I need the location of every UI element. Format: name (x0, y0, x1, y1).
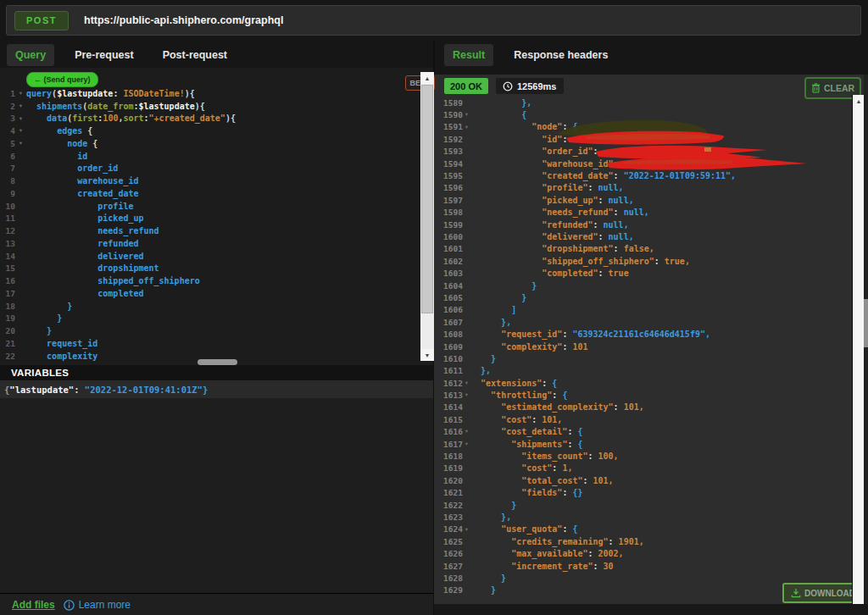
page-scrollbar[interactable] (864, 75, 868, 604)
graphql-client-window: POST https://public-api.shiphero.com/gra… (0, 0, 868, 615)
code-line: 1617▾ "shipments": { (434, 438, 851, 450)
code-line: 1620 "total_cost": 101, (434, 474, 851, 486)
fold-chevron-icon[interactable]: ▾ (463, 429, 470, 435)
status-badge: 200 OK (444, 78, 488, 94)
code-line: 1603 "completed": true (434, 267, 851, 279)
code-line: 1594 "warehouse_id": (434, 158, 851, 169)
fold-chevron-icon[interactable]: ▾ (463, 125, 470, 130)
info-icon (64, 600, 75, 611)
request-tabs: Query Pre-request Post-request (7, 44, 236, 66)
result-panel: 200 OK 12569ms CLEAR 1589 },1590▾ {1591▾… (434, 75, 864, 604)
query-editor[interactable]: ← (Send query) BETA 1▾query($lastupdate:… (0, 68, 434, 365)
fold-chevron-icon[interactable]: ▾ (15, 91, 26, 97)
tab-result[interactable]: Result (444, 44, 493, 66)
code-line: 1595 "created_date": "2022-12-01T09:59:1… (434, 169, 851, 181)
query-vertical-scrollbar[interactable]: ▲ ▼ (420, 72, 434, 361)
code-line: 1619 "cost": 1, (434, 463, 851, 474)
response-footer-strip (434, 604, 868, 615)
fold-chevron-icon[interactable]: ▾ (15, 128, 26, 134)
code-line: 2▾ shipments(date_from:$lastupdate){ (0, 100, 420, 113)
variables-editor[interactable]: {"lastupdate": "2022-12-01T09:41:01Z"} (0, 380, 434, 398)
fold-chevron-icon[interactable]: ▾ (463, 441, 470, 447)
query-horizontal-scrollbar[interactable] (198, 359, 237, 365)
code-line: 9 created_date (0, 187, 420, 200)
code-line: 1593 "order_id": (434, 146, 851, 158)
code-line: 1600 "delivered": null, (434, 230, 851, 242)
code-line: 10 profile (0, 200, 420, 213)
url-input[interactable]: https://public-api.shiphero.com/graphql (84, 14, 283, 26)
fold-chevron-icon[interactable]: ▾ (15, 103, 26, 109)
code-line: 1604 } (434, 280, 851, 291)
code-line: 15 dropshipment (0, 263, 420, 275)
fold-chevron-icon[interactable]: ▾ (463, 112, 470, 118)
code-line: 18 } (0, 300, 420, 313)
learn-more-link[interactable]: Learn more (64, 599, 131, 611)
code-line: 1627 "increment_rate": 30 (434, 560, 851, 572)
download-icon (791, 588, 801, 598)
code-line: 4▾ edges { (0, 125, 420, 137)
code-line: 1621 "fields": {} (434, 487, 851, 499)
code-line: 7 order_id (0, 163, 420, 175)
variables-value[interactable]: {"lastupdate": "2022-12-01T09:41:01Z"} (4, 385, 208, 395)
code-line: 1605 } (434, 291, 851, 303)
code-line: 1608 "request_id": "639324c21161c64646d4… (434, 328, 851, 340)
code-line: 1596 "profile": null, (434, 182, 851, 194)
fold-chevron-icon[interactable]: ▾ (463, 527, 470, 533)
clear-label: CLEAR (824, 83, 854, 93)
code-line: 11 picked_up (0, 213, 420, 225)
code-line: 1599 "refunded": null, (434, 219, 851, 230)
variables-title: VARIABLES (11, 368, 69, 378)
scroll-down-icon[interactable]: ▼ (420, 349, 434, 361)
tab-response-headers[interactable]: Response headers (505, 44, 616, 66)
code-line: 1610 } (434, 352, 851, 364)
code-line: 1624▾ "user_quota": { (434, 524, 851, 535)
code-line: 1618 "items_count": 100, (434, 450, 851, 462)
fold-chevron-icon[interactable]: ▾ (463, 392, 470, 398)
response-time-label: 12569ms (517, 81, 557, 91)
send-query-button[interactable]: ← (Send query) (26, 72, 98, 87)
scroll-up-icon[interactable]: ▲ (853, 95, 865, 107)
code-line: 1592 "id": (434, 133, 851, 145)
code-line: 1▾query($lastupdate: ISODateTime!){ (0, 87, 420, 100)
trash-icon (811, 83, 821, 93)
code-line: 1609 "complexity": 101 (434, 341, 851, 352)
code-line: 1602 "shipped_off_shiphero": true, (434, 255, 851, 267)
variables-header: VARIABLES (0, 365, 434, 380)
clock-icon (503, 81, 513, 91)
fold-chevron-icon[interactable]: ▾ (463, 380, 470, 386)
code-line: 13 refunded (0, 237, 420, 250)
code-line: 1616▾ "cost_detail": { (434, 426, 851, 438)
request-url-bar: POST https://public-api.shiphero.com/gra… (6, 5, 861, 36)
query-code[interactable]: 1▾query($lastupdate: ISODateTime!){2▾ sh… (0, 87, 420, 363)
code-line: 1613▾ "throttling": { (434, 389, 851, 401)
code-line: 1590▾ { (434, 108, 851, 120)
code-line: 21 request_id (0, 337, 420, 350)
code-line: 6 id (0, 150, 420, 163)
http-method-button[interactable]: POST (14, 11, 69, 30)
code-line: 1626 "max_available": 2002, (434, 547, 851, 559)
code-line: 1622 } (434, 499, 851, 511)
variables-empty-area[interactable] (0, 398, 434, 593)
scroll-up-icon[interactable]: ▲ (420, 72, 434, 84)
code-line: 1615 "cost": 101, (434, 413, 851, 425)
tab-post-request[interactable]: Post-request (154, 44, 236, 66)
code-line: 14 delivered (0, 250, 420, 263)
code-line: 1598 "needs_refund": null, (434, 207, 851, 219)
code-line: 1625 "credits_remaining": 1901, (434, 535, 851, 547)
code-line: 5▾ node { (0, 137, 420, 150)
response-code[interactable]: 1589 },1590▾ {1591▾ "node": {1592 "id": … (434, 97, 851, 596)
tab-pre-request[interactable]: Pre-request (66, 44, 142, 66)
fold-chevron-icon[interactable]: ▾ (15, 116, 26, 122)
add-files-link[interactable]: Add files (12, 599, 55, 611)
response-vertical-scrollbar[interactable]: ▲ (852, 95, 865, 604)
code-line: 3▾ data(first:100,sort:"+created_date"){ (0, 113, 420, 125)
code-line: 1591▾ "node": { (434, 121, 851, 133)
response-tabs: Result Response headers (444, 44, 616, 66)
learn-more-label: Learn more (79, 599, 131, 611)
code-line: 16 shipped_off_shiphero (0, 274, 420, 287)
editor-footer: Add files Learn more (0, 593, 434, 615)
fold-chevron-icon[interactable]: ▾ (15, 141, 26, 147)
code-line: 12 needs_refund (0, 224, 420, 237)
tab-query[interactable]: Query (7, 44, 54, 66)
code-line: 1589 }, (434, 97, 851, 108)
